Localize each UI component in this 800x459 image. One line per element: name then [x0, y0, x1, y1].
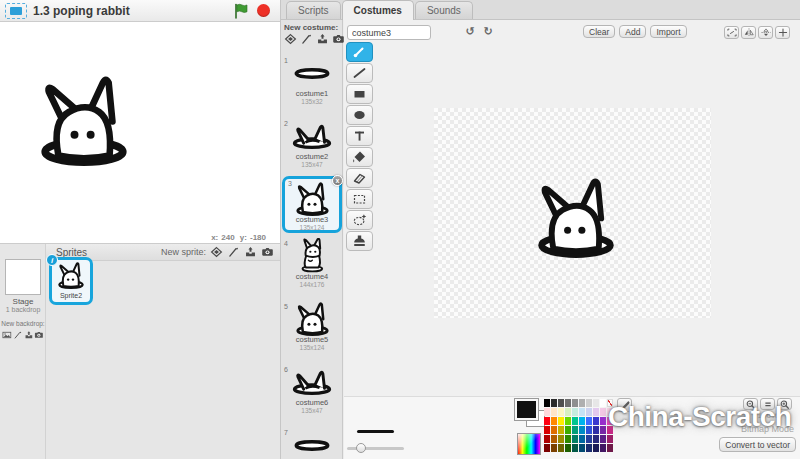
- palette-swatch[interactable]: [579, 399, 585, 407]
- palette-swatch[interactable]: [600, 435, 606, 443]
- redo-icon[interactable]: ↻: [481, 24, 495, 38]
- palette-swatch[interactable]: [607, 435, 613, 443]
- palette-swatch[interactable]: [586, 426, 592, 434]
- info-badge[interactable]: i: [46, 254, 58, 266]
- brush-size-slider[interactable]: [347, 443, 404, 454]
- costume-item[interactable]: 1 costume1 135x32 x: [281, 56, 343, 113]
- palette-swatch[interactable]: [586, 444, 592, 452]
- palette-swatch[interactable]: [593, 435, 599, 443]
- landscape-icon[interactable]: [2, 329, 12, 341]
- palette-swatch[interactable]: [558, 417, 564, 425]
- palette-swatch[interactable]: [551, 444, 557, 452]
- rainbow-picker-swatch[interactable]: [517, 433, 541, 455]
- palette-swatch[interactable]: [593, 399, 599, 407]
- upload-icon[interactable]: [244, 246, 257, 258]
- palette-swatch[interactable]: [579, 426, 585, 434]
- paintbrush-icon[interactable]: [227, 246, 240, 258]
- palette-swatch[interactable]: [565, 417, 571, 425]
- palette-swatch[interactable]: [565, 426, 571, 434]
- palette-swatch[interactable]: [593, 417, 599, 425]
- costume-item[interactable]: 2 costume2 135x47 x: [281, 119, 343, 176]
- brush-tool-button[interactable]: [346, 42, 373, 62]
- palette-swatch[interactable]: [572, 435, 578, 443]
- palette-swatch[interactable]: [593, 408, 599, 416]
- fill-tool-button[interactable]: [346, 147, 373, 167]
- palette-swatch[interactable]: [551, 426, 557, 434]
- palette-swatch[interactable]: [544, 399, 550, 407]
- palette-swatch[interactable]: [600, 417, 606, 425]
- convert-to-vector-button[interactable]: Convert to vector: [719, 437, 796, 452]
- palette-swatch[interactable]: [579, 417, 585, 425]
- palette-swatch[interactable]: [579, 408, 585, 416]
- palette-swatch[interactable]: [551, 399, 557, 407]
- palette-swatch[interactable]: [593, 444, 599, 452]
- palette-swatch[interactable]: [565, 399, 571, 407]
- costume-item[interactable]: 3 costume3 135x124 x: [282, 176, 342, 233]
- palette-swatch[interactable]: [558, 444, 564, 452]
- palette-swatch[interactable]: [572, 399, 578, 407]
- palette-swatch[interactable]: [586, 399, 592, 407]
- fullscreen-icon[interactable]: [5, 3, 27, 19]
- green-flag-icon[interactable]: [233, 3, 249, 19]
- text-tool-button[interactable]: [346, 126, 373, 146]
- drawing-canvas[interactable]: [434, 108, 711, 318]
- palette-swatch[interactable]: [572, 426, 578, 434]
- ellipse-tool-button[interactable]: [346, 105, 373, 125]
- close-icon[interactable]: x: [332, 175, 343, 186]
- clear-button[interactable]: Clear: [583, 25, 615, 38]
- flip-horizontal-icon[interactable]: [741, 26, 756, 39]
- palette-swatch[interactable]: [565, 435, 571, 443]
- palette-swatch[interactable]: [600, 408, 606, 416]
- line-tool-button[interactable]: [346, 63, 373, 83]
- rabbit-sprite[interactable]: [36, 76, 132, 166]
- palette-swatch[interactable]: [600, 399, 606, 407]
- palette-swatch[interactable]: [572, 417, 578, 425]
- palette-swatch[interactable]: [558, 399, 564, 407]
- palette-swatch[interactable]: [544, 417, 550, 425]
- costume-name-input[interactable]: [347, 25, 431, 40]
- paintbrush-icon[interactable]: [300, 33, 313, 45]
- palette-swatch[interactable]: [544, 435, 550, 443]
- stamp-tool-button[interactable]: [346, 231, 373, 251]
- palette-swatch[interactable]: [558, 408, 564, 416]
- add-button[interactable]: Add: [619, 25, 646, 38]
- rectangle-tool-button[interactable]: [346, 84, 373, 104]
- paintbrush-icon[interactable]: [13, 329, 23, 341]
- tab-sounds[interactable]: Sounds: [415, 1, 473, 19]
- upload-icon[interactable]: [316, 33, 329, 45]
- palette-swatch[interactable]: [579, 444, 585, 452]
- palette-swatch[interactable]: [551, 435, 557, 443]
- tab-scripts[interactable]: Scripts: [286, 1, 341, 19]
- palette-swatch[interactable]: [558, 435, 564, 443]
- palette-swatch[interactable]: [544, 426, 550, 434]
- crop-icon[interactable]: [724, 26, 739, 39]
- costume-item[interactable]: 4 costume4 144x176 x: [281, 239, 343, 296]
- set-costume-center-icon[interactable]: [775, 26, 790, 39]
- costume-item[interactable]: 7 costume7 135x32 x: [281, 428, 343, 459]
- flip-vertical-icon[interactable]: [758, 26, 773, 39]
- eraser-tool-button[interactable]: [346, 168, 373, 188]
- upload-icon[interactable]: [24, 329, 34, 341]
- palette-swatch[interactable]: [572, 408, 578, 416]
- palette-swatch[interactable]: [565, 408, 571, 416]
- palette-swatch[interactable]: [586, 435, 592, 443]
- palette-swatch[interactable]: [607, 444, 613, 452]
- stop-icon[interactable]: [257, 4, 270, 17]
- select-tool-button[interactable]: [346, 189, 373, 209]
- palette-swatch[interactable]: [544, 408, 550, 416]
- palette-swatch[interactable]: [593, 426, 599, 434]
- palette-swatch[interactable]: [558, 426, 564, 434]
- palette-swatch[interactable]: [586, 417, 592, 425]
- palette-swatch[interactable]: [586, 408, 592, 416]
- camera-icon[interactable]: [261, 246, 274, 258]
- undo-icon[interactable]: ↺: [463, 24, 477, 38]
- library-icon[interactable]: [284, 33, 297, 45]
- camera-icon[interactable]: [34, 329, 44, 341]
- tab-costumes[interactable]: Costumes: [342, 0, 414, 20]
- palette-swatch[interactable]: [600, 444, 606, 452]
- import-button[interactable]: Import: [650, 25, 686, 38]
- library-icon[interactable]: [210, 246, 223, 258]
- palette-swatch[interactable]: [551, 417, 557, 425]
- sprite-tile-sprite2[interactable]: i Sprite2: [49, 257, 93, 305]
- palette-swatch[interactable]: [572, 444, 578, 452]
